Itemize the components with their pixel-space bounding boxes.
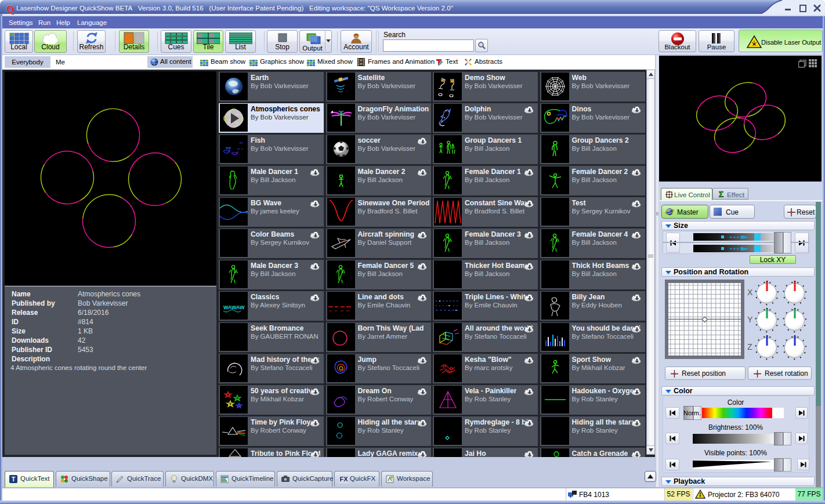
svg-text:WAWAW: WAWAW (223, 304, 245, 310)
svg-text:FX: FX (339, 476, 348, 483)
svg-text:Σ: Σ (719, 190, 723, 198)
svg-text:T: T (12, 476, 16, 483)
